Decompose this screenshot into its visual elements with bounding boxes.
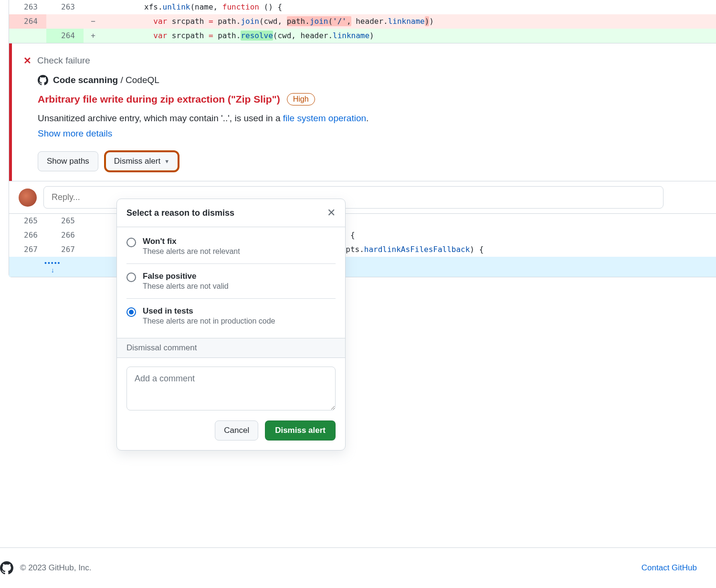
close-icon[interactable]: ✕ <box>327 207 336 219</box>
arrow-down-icon: ↓ <box>44 266 61 274</box>
code-line: var srcpath = path.join(cwd, path.join('… <box>103 14 716 29</box>
alert-title: Arbitrary file write during zip extracti… <box>38 94 280 105</box>
contact-github-link[interactable]: Contact GitHub <box>642 563 697 573</box>
x-icon: ✕ <box>23 55 32 66</box>
diff-row: 266 266 r) { <box>9 228 716 242</box>
line-number-new: 264 <box>46 29 84 43</box>
show-paths-button[interactable]: Show paths <box>38 151 98 171</box>
line-number-new: 265 <box>46 214 84 228</box>
caret-down-icon: ▼ <box>164 158 169 164</box>
diff-view: 263 263 xfs.unlink(name, function () { 2… <box>9 0 716 277</box>
code-annotation: ✕ Check failure Code scanning / CodeQL A… <box>9 43 716 214</box>
ellipsis-icon: ••••• <box>44 260 61 266</box>
expand-hunk-button[interactable]: ••••• ↓ <box>9 257 716 277</box>
github-mark-icon <box>38 75 48 85</box>
line-number-new: 267 <box>46 242 84 257</box>
check-failure-label: Check failure <box>37 55 90 66</box>
diff-row: 263 263 xfs.unlink(name, function () { <box>9 0 716 14</box>
diff-row: 265 265 <box>9 214 716 228</box>
line-number-old: 267 <box>9 242 46 257</box>
diff-symbol: − <box>84 14 103 29</box>
github-mark-icon <box>0 561 13 575</box>
show-more-details-link[interactable]: Show more details <box>38 128 112 139</box>
cancel-button[interactable]: Cancel <box>215 420 258 441</box>
footer-copyright: © 2023 GitHub, Inc. <box>20 563 92 573</box>
severity-badge: High <box>287 93 315 105</box>
page-footer: © 2023 GitHub, Inc. Contact GitHub <box>0 547 716 588</box>
avatar[interactable] <box>19 189 37 207</box>
popover-title: Select a reason to dismiss <box>126 208 234 218</box>
diff-symbol: + <box>84 29 103 43</box>
line-number-old: . <box>9 29 46 43</box>
code-line: xfs.unlink(name, function () { <box>103 0 716 14</box>
line-number-new: 263 <box>46 0 84 14</box>
alert-description: Unsanitized archive entry, which may con… <box>38 113 705 124</box>
dismiss-alert-button[interactable]: Dismiss alert ▼ <box>105 151 179 171</box>
radio-icon <box>126 307 136 317</box>
code-scanning-label: Code scanning <box>53 75 118 85</box>
line-number-new: 266 <box>46 228 84 242</box>
dismiss-reason-used-in-tests[interactable]: Used in tests These alerts are not in pr… <box>126 299 336 333</box>
line-number-new: . <box>46 14 84 29</box>
line-number-old: 265 <box>9 214 46 228</box>
dismiss-reason-wont-fix[interactable]: Won't fix These alerts are not relevant <box>126 229 336 264</box>
file-system-operation-link[interactable]: file system operation <box>283 113 366 123</box>
dismissal-comment-input[interactable] <box>126 367 336 410</box>
radio-icon <box>126 238 136 247</box>
dismiss-reason-false-positive[interactable]: False positive These alerts are not vali… <box>126 264 336 299</box>
line-number-old: 263 <box>9 0 46 14</box>
diff-symbol <box>84 0 103 14</box>
dismiss-reason-popover: Select a reason to dismiss ✕ Won't fix T… <box>116 199 346 451</box>
diff-row-added: . 264 + var srcpath = path.resolve(cwd, … <box>9 29 716 43</box>
dismiss-alert-confirm-button[interactable]: Dismiss alert <box>265 420 336 441</box>
radio-icon <box>126 273 136 282</box>
code-line: var srcpath = path.resolve(cwd, header.l… <box>103 29 716 43</box>
diff-row-deleted: 264 . − var srcpath = path.join(cwd, pat… <box>9 14 716 29</box>
codeql-tool-label: CodeQL <box>126 75 159 85</box>
diff-row: 267 267 opts.hardlinkAsFilesFallback) { <box>9 242 716 257</box>
dismissal-comment-header: Dismissal comment <box>117 338 345 358</box>
line-number-old: 264 <box>9 14 46 29</box>
line-number-old: 266 <box>9 228 46 242</box>
